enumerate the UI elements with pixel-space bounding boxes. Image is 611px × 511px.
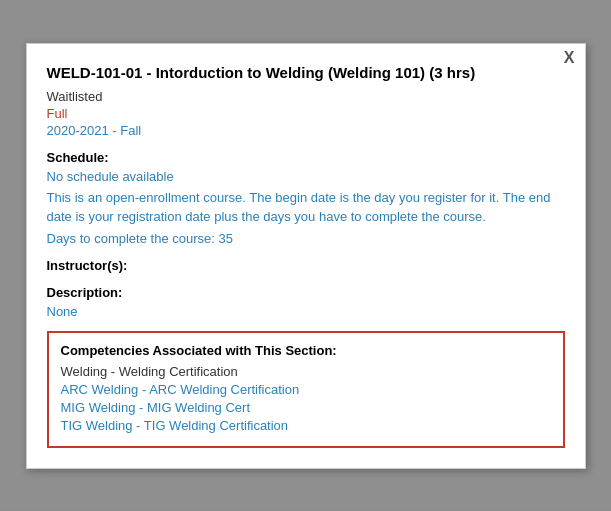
open-enrollment-text: This is an open-enrollment course. The b… [47, 188, 565, 227]
competency-item-4: TIG Welding - TIG Welding Certification [61, 418, 551, 433]
competency-item-2: ARC Welding - ARC Welding Certification [61, 382, 551, 397]
overlay: X WELD-101-01 - Intorduction to Welding … [0, 0, 611, 511]
description-section: Description: None [47, 285, 565, 319]
description-value: None [47, 304, 565, 319]
modal-title: WELD-101-01 - Intorduction to Welding (W… [47, 62, 565, 83]
status-full: Full [47, 106, 565, 121]
competencies-box: Competencies Associated with This Sectio… [47, 331, 565, 448]
instructor-label: Instructor(s): [47, 258, 565, 273]
close-button[interactable]: X [564, 50, 575, 66]
modal-body: X WELD-101-01 - Intorduction to Welding … [27, 44, 585, 468]
competencies-title: Competencies Associated with This Sectio… [61, 343, 551, 358]
instructor-section: Instructor(s): [47, 258, 565, 273]
status-waitlisted: Waitlisted [47, 89, 565, 104]
term: 2020-2021 - Fall [47, 123, 565, 138]
modal-dialog: X WELD-101-01 - Intorduction to Welding … [26, 43, 586, 469]
no-schedule: No schedule available [47, 169, 565, 184]
schedule-label: Schedule: [47, 150, 565, 165]
description-label: Description: [47, 285, 565, 300]
competency-item-1: Welding - Welding Certification [61, 364, 551, 379]
days-to-complete: Days to complete the course: 35 [47, 231, 565, 246]
competency-item-3: MIG Welding - MIG Welding Cert [61, 400, 551, 415]
